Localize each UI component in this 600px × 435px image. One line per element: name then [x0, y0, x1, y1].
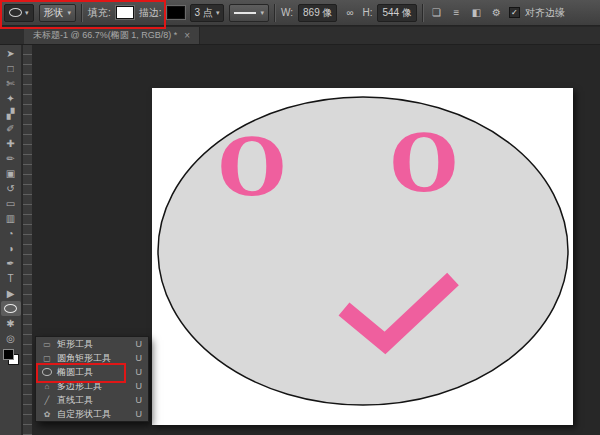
foreground-color-swatch[interactable]	[3, 349, 14, 360]
dodge-icon: ◑	[7, 243, 13, 254]
ellipse-tool-icon	[9, 8, 22, 17]
menu-item-rounded-rectangle-tool[interactable]: ▢ 圆角矩形工具 U	[36, 351, 148, 365]
tool-mode-label: 形状	[44, 6, 64, 20]
stroke-style-dropdown[interactable]: ▾	[229, 4, 269, 22]
hand-icon: ✱	[6, 318, 14, 329]
stroke-color-swatch[interactable]	[167, 6, 185, 19]
menu-item-shortcut: U	[136, 339, 143, 349]
clone-stamp-tool[interactable]: ▣	[1, 166, 21, 181]
crop-tool[interactable]: ▞	[1, 106, 21, 121]
divider	[274, 4, 276, 22]
menu-item-label: 直线工具	[57, 394, 131, 407]
eraser-icon: ▭	[6, 198, 15, 209]
chevron-down-icon: ▾	[25, 9, 29, 17]
height-value: 544 像	[382, 6, 411, 20]
gradient-tool[interactable]: ▥	[1, 211, 21, 226]
move-icon: ➤	[6, 48, 14, 59]
stroke-width-value: 3 点	[195, 6, 213, 20]
menu-item-label: 自定形状工具	[57, 408, 131, 421]
link-dimensions-icon[interactable]: ∞	[342, 5, 357, 20]
menu-item-shortcut: U	[136, 367, 143, 377]
marquee-tool[interactable]: □	[1, 61, 21, 76]
options-bar: ▾ 形状 ▾ 填充: 描边: 3 点 ▾ ▾ W: 869 像 ∞ H: 544…	[0, 0, 600, 26]
menu-item-label: 椭圆工具	[57, 366, 131, 379]
document-tab-title: 未标题-1 @ 66.7%(椭圆 1, RGB/8) *	[33, 29, 177, 42]
tab-bar: 未标题-1 @ 66.7%(椭圆 1, RGB/8) * ×	[0, 27, 600, 45]
menu-item-label: 多边形工具	[57, 380, 131, 393]
eyedropper-tool[interactable]: ✐	[1, 121, 21, 136]
quick-selection-icon: ✦	[6, 93, 14, 104]
menu-item-line-tool[interactable]: ╱ 直线工具 U	[36, 393, 148, 407]
shape-tools-flyout-menu: ▭ 矩形工具 U ▢ 圆角矩形工具 U 椭圆工具 U ⌂ 多边形工具 U ╱ 直…	[35, 336, 149, 422]
rectangle-icon: ▭	[42, 340, 52, 349]
photoshop-window: ▾ 形状 ▾ 填充: 描边: 3 点 ▾ ▾ W: 869 像 ∞ H: 544…	[0, 0, 600, 435]
menu-item-rectangle-tool[interactable]: ▭ 矩形工具 U	[36, 337, 148, 351]
align-edges-checkbox[interactable]: ✓	[509, 7, 520, 18]
dodge-tool[interactable]: ◑	[1, 241, 21, 256]
chevron-down-icon: ▾	[260, 9, 264, 17]
fill-color-swatch[interactable]	[116, 6, 134, 19]
menu-item-shortcut: U	[136, 381, 143, 391]
path-selection-icon: ▶	[7, 288, 15, 299]
document-tab[interactable]: 未标题-1 @ 66.7%(椭圆 1, RGB/8) * ×	[24, 27, 200, 44]
healing-brush-tool[interactable]: ✚	[1, 136, 21, 151]
menu-item-shortcut: U	[136, 409, 143, 419]
history-brush-icon: ↺	[6, 183, 14, 194]
width-label: W:	[281, 7, 293, 18]
gradient-icon: ▥	[6, 213, 15, 224]
chevron-down-icon: ▾	[216, 9, 220, 17]
chevron-down-icon: ▾	[68, 9, 72, 17]
lasso-tool[interactable]: ✄	[1, 76, 21, 91]
zoom-icon: ◎	[6, 333, 15, 344]
eraser-tool[interactable]: ▭	[1, 196, 21, 211]
shape-tool[interactable]	[1, 301, 21, 316]
custom-shape-icon: ✿	[42, 410, 52, 419]
marquee-icon: □	[7, 63, 13, 74]
tool-mode-dropdown[interactable]: 形状 ▾	[39, 4, 77, 22]
pen-tool[interactable]: ✒	[1, 256, 21, 271]
menu-item-polygon-tool[interactable]: ⌂ 多边形工具 U	[36, 379, 148, 393]
menu-item-shortcut: U	[136, 395, 143, 405]
gear-icon[interactable]: ⚙	[489, 5, 504, 20]
ellipse-icon	[42, 368, 52, 376]
healing-brush-icon: ✚	[6, 138, 14, 149]
height-input[interactable]: 544 像	[377, 4, 416, 22]
vertical-ruler	[23, 45, 33, 435]
width-input[interactable]: 869 像	[298, 4, 337, 22]
lasso-icon: ✄	[6, 78, 14, 89]
eyedropper-icon: ✐	[6, 123, 14, 134]
divider	[422, 4, 424, 22]
type-tool[interactable]: T	[1, 271, 21, 286]
polygon-icon: ⌂	[42, 382, 52, 391]
zoom-tool[interactable]: ◎	[1, 331, 21, 346]
divider	[81, 4, 83, 22]
left-eye-letter: O	[218, 122, 286, 213]
blur-tool[interactable]: ◔	[1, 226, 21, 241]
tool-preset-picker[interactable]: ▾	[4, 4, 34, 22]
tools-panel: ➤ □ ✄ ✦ ▞ ✐ ✚ ✏ ▣ ↺ ▭ ▥ ◔ ◑ ✒ T ▶ ✱ ◎	[0, 45, 22, 435]
path-selection-tool[interactable]: ▶	[1, 286, 21, 301]
menu-item-ellipse-tool[interactable]: 椭圆工具 U	[36, 365, 148, 379]
hand-tool[interactable]: ✱	[1, 316, 21, 331]
rounded-rectangle-icon: ▢	[42, 354, 52, 363]
blur-icon: ◔	[7, 228, 13, 239]
height-label: H:	[362, 7, 372, 18]
clone-stamp-icon: ▣	[6, 168, 15, 179]
quick-selection-tool[interactable]: ✦	[1, 91, 21, 106]
stroke-label: 描边:	[139, 6, 162, 20]
brush-tool[interactable]: ✏	[1, 151, 21, 166]
foreground-background-swatches[interactable]	[3, 349, 19, 365]
path-alignment-icon[interactable]: ≡	[449, 5, 464, 20]
path-arrange-icon[interactable]: ◧	[469, 5, 484, 20]
close-icon[interactable]: ×	[184, 30, 190, 41]
type-icon: T	[7, 273, 13, 284]
menu-item-custom-shape-tool[interactable]: ✿ 自定形状工具 U	[36, 407, 148, 421]
pen-icon: ✒	[6, 258, 14, 269]
path-operations-icon[interactable]: ❏	[429, 5, 444, 20]
document-canvas[interactable]: O O	[152, 88, 573, 425]
stroke-width-input[interactable]: 3 点 ▾	[190, 4, 225, 22]
menu-item-label: 矩形工具	[57, 338, 131, 351]
move-tool[interactable]: ➤	[1, 46, 21, 61]
history-brush-tool[interactable]: ↺	[1, 181, 21, 196]
stroke-style-preview	[234, 12, 256, 14]
